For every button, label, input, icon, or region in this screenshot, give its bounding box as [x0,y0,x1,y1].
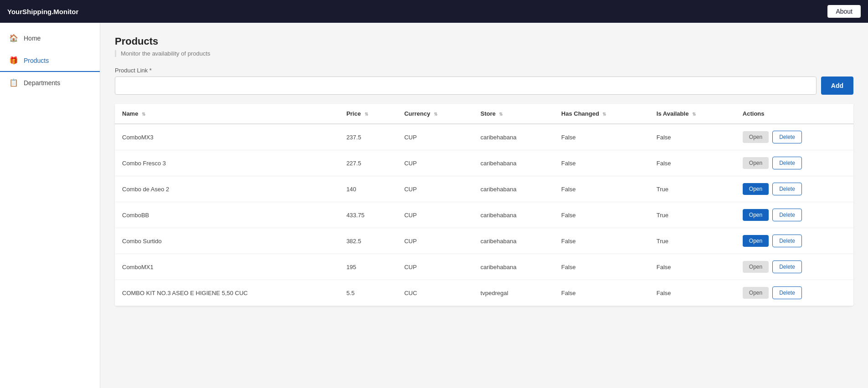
actions-cell: Open Delete [743,157,846,169]
delete-button[interactable]: Delete [772,209,802,221]
col-name: Name ⇅ [115,104,339,124]
open-button[interactable]: Open [743,261,769,273]
delete-button[interactable]: Delete [772,131,802,143]
cell-is-available: False [649,254,735,280]
sidebar-item-departments-label: Departments [24,79,60,87]
actions-cell: Open Delete [743,131,846,143]
table-row: Combo de Aseo 2 140 CUP caribehabana Fal… [115,176,853,202]
cell-actions: Open Delete [735,228,853,254]
actions-cell: Open Delete [743,286,846,299]
cell-name: Combo Fresco 3 [115,150,339,176]
page-subtitle: Monitor the availability of products [115,50,853,57]
store-sort-icon[interactable]: ⇅ [499,112,503,117]
cell-currency: CUC [397,280,473,306]
delete-button[interactable]: Delete [772,235,802,247]
sidebar-item-products-label: Products [24,57,49,64]
cell-price: 237.5 [339,124,397,150]
table-header-row: Name ⇅ Price ⇅ Currency ⇅ Store [115,104,853,124]
price-sort-icon[interactable]: ⇅ [365,112,368,117]
cell-is-available: False [649,280,735,306]
cell-has-changed: False [554,254,649,280]
open-button[interactable]: Open [743,157,769,169]
cell-has-changed: False [554,176,649,202]
cell-actions: Open Delete [735,124,853,150]
products-table: Name ⇅ Price ⇅ Currency ⇅ Store [115,104,853,306]
delete-button[interactable]: Delete [772,260,802,273]
page-title: Products [115,36,853,47]
layout: 🏠 Home 🎁 Products 📋 Departments Products… [0,23,868,388]
col-currency: Currency ⇅ [397,104,473,124]
actions-cell: Open Delete [743,183,846,195]
main-content: Products Monitor the availability of pro… [100,23,868,388]
open-button[interactable]: Open [743,131,769,143]
cell-name: Combo de Aseo 2 [115,176,339,202]
cell-store: caribehabana [473,202,554,228]
cell-actions: Open Delete [735,202,853,228]
product-link-row: Add [115,77,853,95]
cell-store: caribehabana [473,254,554,280]
cell-currency: CUP [397,176,473,202]
cell-name: Combo Surtido [115,228,339,254]
cell-store: tvpedregal [473,280,554,306]
brand-title: YourShipping.Monitor [7,8,78,15]
col-is-available: Is Available ⇅ [649,104,735,124]
cell-price: 433.75 [339,202,397,228]
table-header: Name ⇅ Price ⇅ Currency ⇅ Store [115,104,853,124]
cell-currency: CUP [397,124,473,150]
cell-actions: Open Delete [735,176,853,202]
actions-cell: Open Delete [743,235,846,247]
cell-price: 382.5 [339,228,397,254]
open-button[interactable]: Open [743,235,769,247]
product-link-label: Product Link * [115,67,853,74]
table-body: ComboMX3 237.5 CUP caribehabana False Fa… [115,124,853,306]
product-link-input[interactable] [115,77,817,95]
cell-price: 195 [339,254,397,280]
add-button[interactable]: Add [821,77,853,95]
cell-has-changed: False [554,202,649,228]
currency-sort-icon[interactable]: ⇅ [434,112,437,117]
cell-has-changed: False [554,150,649,176]
open-button[interactable]: Open [743,209,769,221]
cell-actions: Open Delete [735,254,853,280]
cell-name: ComboBB [115,202,339,228]
delete-button[interactable]: Delete [772,286,802,299]
open-button[interactable]: Open [743,287,769,299]
table-row: Combo Fresco 3 227.5 CUP caribehabana Fa… [115,150,853,176]
cell-actions: Open Delete [735,150,853,176]
table-row: COMBO KIT NO.3 ASEO E HIGIENE 5,50 CUC 5… [115,280,853,306]
cell-store: caribehabana [473,150,554,176]
cell-is-available: True [649,202,735,228]
departments-icon: 📋 [9,78,18,87]
cell-currency: CUP [397,228,473,254]
name-sort-icon[interactable]: ⇅ [142,112,145,117]
cell-currency: CUP [397,150,473,176]
table-row: ComboMX3 237.5 CUP caribehabana False Fa… [115,124,853,150]
sidebar-item-products[interactable]: 🎁 Products [0,50,100,72]
cell-is-available: True [649,228,735,254]
sidebar: 🏠 Home 🎁 Products 📋 Departments [0,23,100,388]
products-icon: 🎁 [9,56,18,65]
cell-store: caribehabana [473,124,554,150]
has-changed-sort-icon[interactable]: ⇅ [602,112,606,117]
cell-store: caribehabana [473,228,554,254]
topbar: YourShipping.Monitor About [0,0,868,23]
col-store: Store ⇅ [473,104,554,124]
about-button[interactable]: About [827,5,861,18]
cell-name: ComboMX1 [115,254,339,280]
col-actions: Actions [735,104,853,124]
actions-cell: Open Delete [743,260,846,273]
product-link-section: Product Link * Add [115,67,853,95]
cell-price: 5.5 [339,280,397,306]
cell-has-changed: False [554,124,649,150]
cell-price: 227.5 [339,150,397,176]
sidebar-item-departments[interactable]: 📋 Departments [0,72,100,94]
table-row: Combo Surtido 382.5 CUP caribehabana Fal… [115,228,853,254]
cell-is-available: False [649,124,735,150]
delete-button[interactable]: Delete [772,183,802,195]
home-icon: 🏠 [9,34,18,42]
open-button[interactable]: Open [743,183,769,195]
delete-button[interactable]: Delete [772,157,802,169]
cell-store: caribehabana [473,176,554,202]
is-available-sort-icon[interactable]: ⇅ [692,112,696,117]
sidebar-item-home[interactable]: 🏠 Home [0,27,100,50]
